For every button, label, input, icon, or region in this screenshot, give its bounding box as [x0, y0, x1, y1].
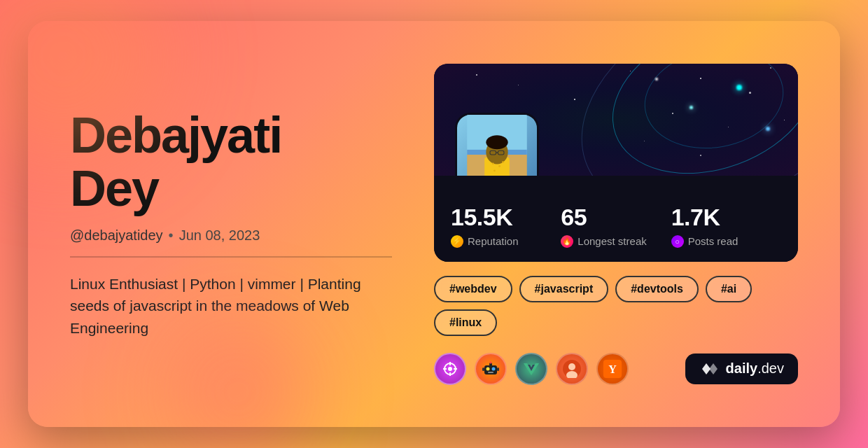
profile-stats: 15.5K ⚡ Reputation 65 🔥 Longest streak 1…	[434, 176, 798, 262]
streak-value: 65	[561, 204, 671, 231]
svg-point-10	[498, 164, 500, 167]
tag-webdev[interactable]: #webdev	[434, 276, 512, 302]
posts-icon: ○	[671, 235, 684, 248]
join-date: Jun 08, 2023	[179, 227, 260, 244]
community-icon-vue[interactable]	[515, 353, 547, 385]
community-icon-robot[interactable]	[475, 353, 507, 385]
posts-value: 1.7K	[671, 204, 781, 231]
divider	[70, 256, 392, 258]
svg-point-30	[568, 363, 575, 370]
stats-card: 15.5K ⚡ Reputation 65 🔥 Longest streak 1…	[434, 64, 798, 262]
glow-dot4	[766, 127, 770, 131]
stat-reputation: 15.5K ⚡ Reputation	[451, 204, 561, 248]
svg-rect-25	[482, 368, 484, 371]
reputation-label: ⚡ Reputation	[451, 235, 561, 248]
tag-ai[interactable]: #ai	[706, 276, 752, 302]
community-icon-person[interactable]	[556, 353, 588, 385]
svg-point-21	[492, 367, 496, 370]
profile-banner	[434, 64, 798, 176]
profile-card-container: Debajyati Dey @debajyatidey • Jun 08, 20…	[28, 21, 840, 427]
streak-label: 🔥 Longest streak	[561, 235, 671, 248]
svg-point-5	[486, 135, 507, 149]
svg-rect-19	[484, 365, 497, 374]
avatar	[455, 113, 539, 176]
person-svg	[563, 360, 581, 378]
svg-point-9	[492, 162, 494, 164]
y-svg: Y	[603, 360, 622, 378]
bg-decoration2	[168, 322, 308, 448]
dailydev-icon	[699, 360, 720, 377]
robot-svg	[482, 360, 500, 378]
crosshair-svg	[442, 360, 458, 377]
reputation-icon: ⚡	[451, 235, 463, 248]
stat-posts: 1.7K ○ Posts read	[671, 204, 781, 248]
dailydev-logo[interactable]: daily.dev	[685, 354, 798, 384]
glow-dot1	[736, 85, 742, 90]
svg-point-24	[490, 361, 492, 363]
tag-linux[interactable]: #linux	[434, 309, 497, 336]
dailydev-text: daily.dev	[726, 360, 784, 377]
svg-rect-26	[497, 368, 499, 371]
user-name: Debajyati Dey	[70, 109, 392, 215]
stat-streak: 65 🔥 Longest streak	[561, 204, 671, 248]
glow-dot2	[690, 106, 693, 109]
posts-label: ○ Posts read	[671, 235, 781, 248]
svg-point-14	[448, 367, 452, 371]
svg-point-12	[502, 161, 504, 163]
svg-point-11	[493, 169, 496, 172]
glow-dot3	[655, 78, 658, 80]
bottom-row: Y daily.dev	[434, 353, 798, 385]
tags-section: #webdev #javascript #devtools #ai #linux	[434, 276, 798, 336]
user-bio: Linux Enthusiast | Python | vimmer | Pla…	[70, 273, 392, 340]
tag-devtools[interactable]: #devtools	[615, 276, 699, 302]
community-icons: Y	[434, 353, 629, 385]
svg-rect-22	[488, 372, 493, 373]
left-section: Debajyati Dey @debajyatidey • Jun 08, 20…	[70, 109, 392, 339]
tag-javascript[interactable]: #javascript	[519, 276, 609, 302]
reputation-value: 15.5K	[451, 204, 561, 231]
vue-svg	[522, 360, 540, 378]
right-section: 15.5K ⚡ Reputation 65 🔥 Longest streak 1…	[434, 64, 798, 385]
user-meta: @debajyatidey • Jun 08, 2023	[70, 227, 392, 244]
svg-point-20	[486, 367, 490, 370]
user-handle: @debajyatidey	[70, 227, 163, 244]
meta-separator: •	[169, 227, 174, 244]
avatar-svg	[457, 115, 537, 176]
community-icon-crosshair[interactable]	[434, 353, 466, 385]
streak-icon: 🔥	[561, 235, 573, 248]
svg-text:Y: Y	[608, 363, 617, 375]
community-icon-hackernews[interactable]: Y	[596, 353, 629, 385]
